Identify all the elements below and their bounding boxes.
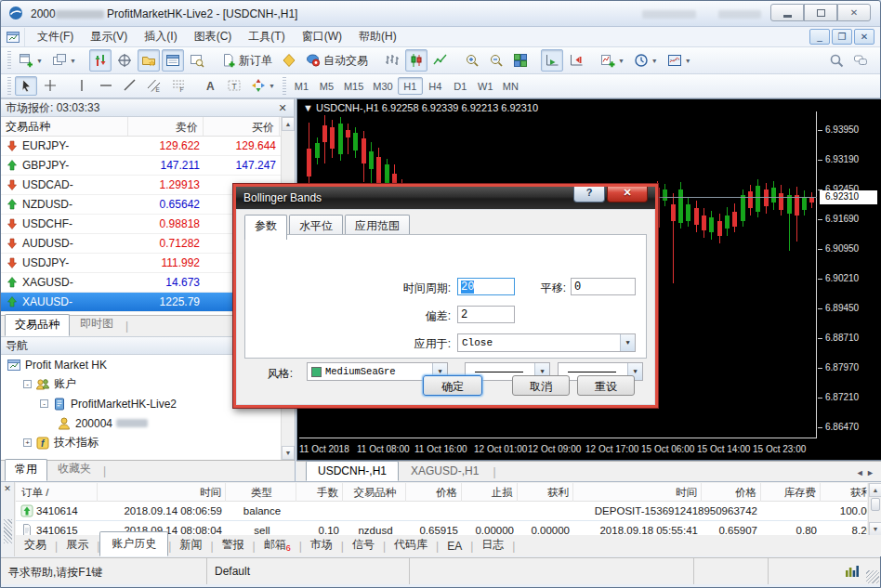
timeframe-w1-button[interactable]: W1 bbox=[473, 77, 498, 95]
market-watch-close-icon[interactable]: ✕ bbox=[276, 102, 289, 114]
account-history-header-row[interactable]: 订单 /时间类型手数交易品种价格止损获利时间价格库存费获利 bbox=[16, 483, 867, 502]
vertical-line-button[interactable] bbox=[71, 76, 93, 96]
chart-shift-button[interactable] bbox=[565, 49, 587, 72]
dialog-close-button[interactable]: ✕ bbox=[607, 187, 648, 203]
tab-tick-chart[interactable]: 即时图 bbox=[70, 313, 124, 335]
chart-time-axis[interactable]: 11 Oct 201811 Oct 08:0011 Oct 16:0012 Oc… bbox=[299, 441, 881, 460]
cancel-button[interactable]: 取消 bbox=[512, 375, 570, 396]
menu-item-5[interactable]: 窗口(W) bbox=[294, 28, 350, 45]
chart-tab-scroll-arrows[interactable]: ◄ ► bbox=[856, 468, 874, 481]
column-header[interactable]: 获利 bbox=[519, 483, 573, 502]
timeframe-m5-button[interactable]: M5 bbox=[314, 77, 339, 95]
arrows-button[interactable]: ▼ bbox=[247, 76, 279, 96]
crosshair-button[interactable] bbox=[39, 76, 61, 96]
tab-common[interactable]: 常用 bbox=[5, 459, 47, 481]
title-bar[interactable]: 2000 ProfitMarketHK-Live2 - [USDCNH-,H1]… bbox=[1, 1, 880, 27]
dialog-tab-parameters[interactable]: 参数 bbox=[244, 215, 287, 240]
data-window-button[interactable] bbox=[113, 49, 136, 72]
scroll-up-icon[interactable]: ▲ bbox=[282, 117, 295, 131]
menu-item-1[interactable]: 显示(V) bbox=[82, 28, 136, 45]
close-button[interactable]: ✕ bbox=[837, 4, 871, 21]
column-header[interactable]: 时间 bbox=[99, 483, 226, 502]
search-button[interactable] bbox=[825, 49, 848, 72]
equidistant-channel-button[interactable]: E bbox=[143, 76, 165, 96]
tab-favorites[interactable]: 收藏夹 bbox=[47, 458, 101, 480]
chart-system-menu-icon[interactable] bbox=[1, 28, 25, 46]
timeframe-m30-button[interactable]: M30 bbox=[368, 77, 397, 95]
menu-item-6[interactable]: 帮助(H) bbox=[350, 28, 405, 45]
child-restore-button[interactable]: ❐ bbox=[832, 29, 852, 45]
new-order-button[interactable]: 新订单 bbox=[217, 49, 276, 72]
horizontal-line-button[interactable] bbox=[95, 76, 117, 96]
cursor-button[interactable] bbox=[15, 76, 37, 96]
apply-to-select[interactable]: Close ▼ bbox=[457, 333, 636, 352]
reset-button[interactable]: 重设 bbox=[577, 375, 635, 396]
terminal-grip[interactable]: ✕ bbox=[1, 482, 15, 556]
timeframe-h4-button[interactable]: H4 bbox=[423, 77, 448, 95]
chart-tab-usdcnh[interactable]: USDCNH-,H1 bbox=[306, 461, 399, 481]
autotrading-button[interactable]: 自动交易 bbox=[302, 49, 372, 72]
chart-tab-xagusd[interactable]: XAGUSD-,H1 bbox=[399, 461, 491, 481]
deviation-input[interactable]: 2 bbox=[457, 306, 515, 323]
timeframe-mn-button[interactable]: MN bbox=[498, 77, 523, 95]
tree-expander-icon[interactable]: + bbox=[23, 438, 32, 447]
trendline-button[interactable] bbox=[119, 76, 141, 96]
menu-item-4[interactable]: 工具(T) bbox=[240, 28, 293, 45]
timeframe-m15-button[interactable]: M15 bbox=[339, 77, 368, 95]
zoom-out-button[interactable] bbox=[485, 49, 507, 72]
terminal-tab-ea[interactable]: EA bbox=[439, 537, 470, 555]
menu-item-3[interactable]: 图表(C) bbox=[186, 28, 241, 45]
column-header[interactable]: 时间 bbox=[575, 483, 702, 502]
column-header[interactable]: 手数 bbox=[298, 483, 343, 502]
strategy-tester-button[interactable] bbox=[186, 49, 208, 72]
templates-button[interactable]: ▼ bbox=[664, 49, 695, 72]
timeframe-d1-button[interactable]: D1 bbox=[448, 77, 473, 95]
indicators-button[interactable]: ▼ bbox=[597, 49, 628, 72]
zoom-in-button[interactable] bbox=[461, 49, 483, 72]
terminal-tab-7[interactable]: 信号 bbox=[344, 534, 383, 555]
bar-chart-button[interactable] bbox=[381, 49, 403, 72]
fibonacci-button[interactable]: F bbox=[167, 76, 190, 96]
terminal-tab-1[interactable]: 展示 bbox=[58, 534, 97, 555]
scroll-up-icon[interactable]: ▲ bbox=[869, 483, 881, 497]
market-watch-row[interactable]: EURJPY-129.622129.644 bbox=[1, 137, 295, 156]
terminal-close-icon[interactable]: ✕ bbox=[1, 482, 14, 493]
column-header[interactable]: 库存费 bbox=[763, 483, 821, 502]
dialog-help-button[interactable]: ? bbox=[573, 187, 605, 203]
chevron-down-icon[interactable]: ▼ bbox=[620, 334, 635, 351]
text-label-button[interactable]: T bbox=[223, 76, 245, 96]
text-button[interactable]: A bbox=[199, 76, 221, 96]
terminal-button[interactable] bbox=[162, 49, 184, 72]
tree-expander-icon[interactable]: - bbox=[40, 399, 48, 408]
menu-item-2[interactable]: 插入(I) bbox=[136, 28, 185, 45]
line-chart-button[interactable] bbox=[429, 49, 452, 72]
scroll-down-icon[interactable]: ▼ bbox=[869, 522, 881, 536]
dialog-title-bar[interactable]: Bollinger Bands ? ✕ bbox=[236, 187, 655, 209]
auto-scroll-button[interactable] bbox=[541, 49, 563, 72]
column-header[interactable]: 交易品种 bbox=[345, 483, 406, 502]
tree-node[interactable]: +f技术指标 bbox=[1, 433, 281, 452]
column-header[interactable]: 类型 bbox=[228, 483, 296, 502]
timeframe-h1-button[interactable]: H1 bbox=[398, 77, 423, 95]
profiles-button[interactable]: ▼ bbox=[48, 49, 80, 72]
column-header[interactable]: 获利 bbox=[822, 483, 867, 502]
terminal-tab-10[interactable]: 日志 bbox=[473, 534, 512, 555]
metaeditor-button[interactable] bbox=[278, 49, 300, 72]
market-watch-column-headers[interactable]: 交易品种 卖价 买价 bbox=[1, 117, 295, 137]
column-header[interactable]: 订单 / bbox=[18, 483, 98, 502]
status-profile[interactable]: Default bbox=[207, 558, 410, 584]
shift-input[interactable]: 0 bbox=[571, 278, 636, 295]
tree-node[interactable]: 200004 bbox=[1, 413, 281, 433]
restore-button[interactable] bbox=[804, 4, 837, 21]
child-close-button[interactable]: ✕ bbox=[854, 29, 874, 45]
column-header[interactable]: 止损 bbox=[464, 483, 518, 502]
ok-button[interactable]: 确定 bbox=[423, 375, 482, 396]
minimize-button[interactable] bbox=[770, 4, 804, 21]
chart-price-axis[interactable]: 6.939506.931906.924506.916906.909506.902… bbox=[818, 111, 881, 438]
tile-windows-button[interactable] bbox=[509, 49, 532, 72]
table-row[interactable]: 34106142018.09.14 08:06:59balance100.00D… bbox=[16, 502, 867, 521]
chat-button[interactable] bbox=[849, 49, 872, 72]
terminal-scrollbar[interactable]: ▲ ▼ bbox=[868, 483, 881, 536]
scroll-down-icon[interactable]: ▼ bbox=[282, 446, 295, 460]
terminal-tab-8[interactable]: 代码库 bbox=[386, 534, 436, 555]
